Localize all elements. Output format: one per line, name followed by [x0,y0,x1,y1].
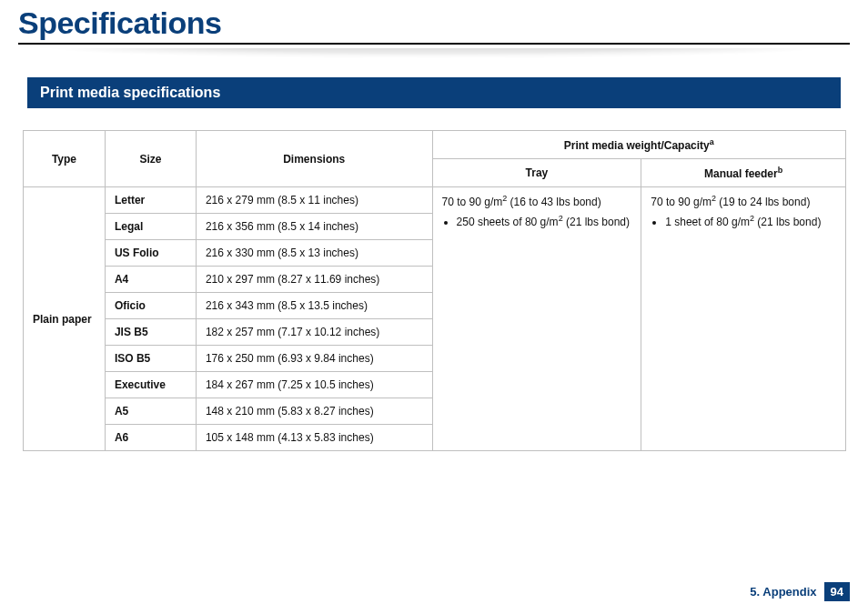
dim-cell: 216 x 279 mm (8.5 x 11 inches) [196,187,432,214]
size-cell: A5 [105,398,196,425]
text: 70 to 90 g/m [651,196,712,208]
text: (16 to 43 lbs bond) [507,196,601,208]
text: 70 to 90 g/m [442,196,503,208]
list-item: 1 sheet of 80 g/m2 (21 lbs bond) [665,214,836,228]
th-size: Size [105,131,196,187]
text: (19 to 24 lbs bond) [716,196,810,208]
dim-cell: 216 x 330 mm (8.5 x 13 inches) [196,240,432,267]
dim-cell: 184 x 267 mm (7.25 x 10.5 inches) [196,372,432,398]
page-number: 94 [824,582,850,601]
th-feeder-label: Manual feeder [704,167,778,180]
th-capacity-label: Print media weight/Capacity [564,139,710,152]
dim-cell: 148 x 210 mm (5.83 x 8.27 inches) [196,398,432,425]
size-cell: Legal [105,214,196,240]
text: 1 sheet of 80 g/m [665,216,750,228]
size-cell: US Folio [105,240,196,267]
list-item: 250 sheets of 80 g/m2 (21 lbs bond) [457,214,632,228]
page-title-wrap: Specifications [18,5,850,45]
page-title: Specifications [18,5,850,41]
th-feeder-sup: b [778,166,783,175]
size-cell: JIS B5 [105,319,196,346]
th-capacity-group: Print media weight/Capacitya [432,131,845,159]
dim-cell: 182 x 257 mm (7.17 x 10.12 inches) [196,319,432,346]
th-dimensions: Dimensions [196,131,432,187]
text: (21 lbs bond) [563,216,630,228]
th-type: Type [24,131,106,187]
th-manual-feeder: Manual feederb [641,159,846,187]
chapter-label: 5. Appendix [750,585,816,599]
title-shadow [18,48,850,61]
th-capacity-sup: a [710,137,714,146]
size-cell: Executive [105,372,196,398]
text: 250 sheets of 80 g/m [457,216,559,228]
size-cell: A4 [105,267,196,293]
page-footer: 5. Appendix 94 [750,582,850,601]
dim-cell: 216 x 356 mm (8.5 x 14 inches) [196,214,432,240]
type-cell: Plain paper [24,187,106,451]
feeder-cell: 70 to 90 g/m2 (19 to 24 lbs bond) 1 shee… [641,187,846,451]
dim-cell: 176 x 250 mm (6.93 x 9.84 inches) [196,346,432,372]
th-tray: Tray [432,159,641,187]
size-cell: ISO B5 [105,346,196,372]
dim-cell: 216 x 343 mm (8.5 x 13.5 inches) [196,293,432,319]
size-cell: Letter [105,187,196,214]
tray-bullets: 250 sheets of 80 g/m2 (21 lbs bond) [442,214,632,228]
specs-table: Type Size Dimensions Print media weight/… [23,130,846,451]
feeder-bullets: 1 sheet of 80 g/m2 (21 lbs bond) [651,214,836,228]
feeder-line1: 70 to 90 g/m2 (19 to 24 lbs bond) [651,194,836,208]
dim-cell: 210 x 297 mm (8.27 x 11.69 inches) [196,267,432,293]
dim-cell: 105 x 148 mm (4.13 x 5.83 inches) [196,425,432,451]
table-row: Plain paper Letter 216 x 279 mm (8.5 x 1… [24,187,846,214]
tray-cell: 70 to 90 g/m2 (16 to 43 lbs bond) 250 sh… [432,187,641,451]
size-cell: Oficio [105,293,196,319]
section-heading: Print media specifications [27,77,841,108]
size-cell: A6 [105,425,196,451]
text: (21 lbs bond) [754,216,821,228]
tray-line1: 70 to 90 g/m2 (16 to 43 lbs bond) [442,194,632,208]
